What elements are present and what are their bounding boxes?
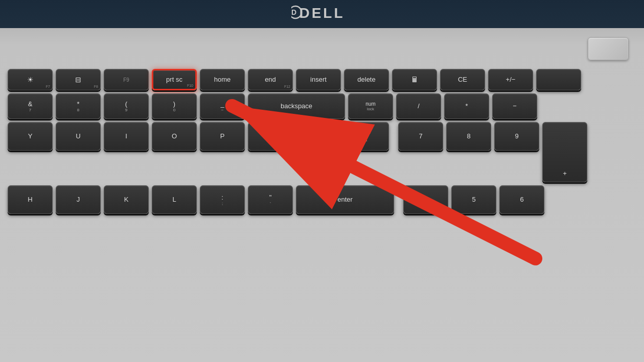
- key-num4[interactable]: 4: [403, 185, 448, 214]
- laptop-container: DELL D ☀ F7 ⊟ F8: [0, 0, 644, 362]
- key-star-8[interactable]: * 8: [56, 93, 101, 119]
- key-num9[interactable]: 9: [494, 122, 539, 151]
- fn-key-row: ☀ F7 ⊟ F8 F9 prt sc F10: [5, 69, 639, 90]
- key-dash[interactable]: _ −: [200, 93, 245, 119]
- key-pipe[interactable]: | \: [344, 122, 389, 151]
- calculator-icon: 🖩: [411, 76, 418, 84]
- key-num8[interactable]: 8: [446, 122, 491, 151]
- key-num5[interactable]: 5: [451, 185, 496, 214]
- yuiop-key-row: Y U I O P {: [5, 122, 639, 182]
- spacer: [392, 122, 395, 182]
- key-calc[interactable]: 🖩: [392, 69, 437, 90]
- key-numplus[interactable]: +: [542, 122, 587, 182]
- hjkl-key-row: H J K L : ;: [5, 185, 639, 214]
- svg-text:DELL: DELL: [299, 5, 344, 21]
- spacer2: [397, 185, 400, 214]
- key-rp-0[interactable]: ) 0: [152, 93, 197, 119]
- key-colon[interactable]: : ;: [200, 185, 245, 214]
- key-num-sub[interactable]: −: [492, 93, 537, 119]
- key-enter[interactable]: enter: [296, 185, 394, 214]
- brightness-icon: ☀: [27, 76, 34, 84]
- key-l[interactable]: L: [152, 185, 197, 214]
- key-f8[interactable]: ⊟ F8: [56, 69, 101, 90]
- key-num-div[interactable]: /: [396, 93, 441, 119]
- key-y[interactable]: Y: [8, 122, 53, 151]
- key-delete[interactable]: delete: [344, 69, 389, 90]
- key-insert[interactable]: insert: [296, 69, 341, 90]
- key-f9[interactable]: F9: [104, 69, 149, 90]
- key-u[interactable]: U: [56, 122, 101, 151]
- key-j[interactable]: J: [56, 185, 101, 214]
- keyboard: ☀ F7 ⊟ F8 F9 prt sc F10: [0, 69, 644, 217]
- key-extra[interactable]: [536, 69, 581, 90]
- key-numlock[interactable]: num lock: [348, 93, 393, 119]
- key-prtsc[interactable]: prt sc F10: [152, 69, 197, 90]
- power-button[interactable]: [588, 37, 629, 60]
- laptop-top-bar: DELL D: [0, 0, 644, 28]
- key-plusminus[interactable]: +/−: [488, 69, 533, 90]
- key-num6[interactable]: 6: [499, 185, 544, 214]
- key-num-mul[interactable]: *: [444, 93, 489, 119]
- key-home[interactable]: home: [200, 69, 245, 90]
- keyboard-area: ☀ F7 ⊟ F8 F9 prt sc F10: [0, 28, 644, 362]
- key-k[interactable]: K: [104, 185, 149, 214]
- key-backspace[interactable]: backspace: [248, 93, 345, 119]
- key-lp-9[interactable]: ( 9: [104, 93, 149, 119]
- num-key-row: & 7 * 8 ( 9 ) 0: [5, 93, 639, 119]
- key-i[interactable]: I: [104, 122, 149, 151]
- key-p[interactable]: P: [200, 122, 245, 151]
- key-ce[interactable]: CE: [440, 69, 485, 90]
- key-amp-7[interactable]: & 7: [8, 93, 53, 119]
- key-o[interactable]: O: [152, 122, 197, 151]
- key-quote[interactable]: " ': [248, 185, 293, 214]
- key-lbrace[interactable]: { [: [248, 122, 293, 151]
- dell-logo: DELL D: [291, 4, 353, 25]
- key-f7[interactable]: ☀ F7: [8, 69, 53, 90]
- key-h[interactable]: H: [8, 185, 53, 214]
- display-icon: ⊟: [75, 76, 81, 84]
- svg-text:D: D: [291, 8, 300, 16]
- key-end[interactable]: end F12: [248, 69, 293, 90]
- key-num7[interactable]: 7: [398, 122, 443, 151]
- key-rbrace[interactable]: } ]: [296, 122, 341, 151]
